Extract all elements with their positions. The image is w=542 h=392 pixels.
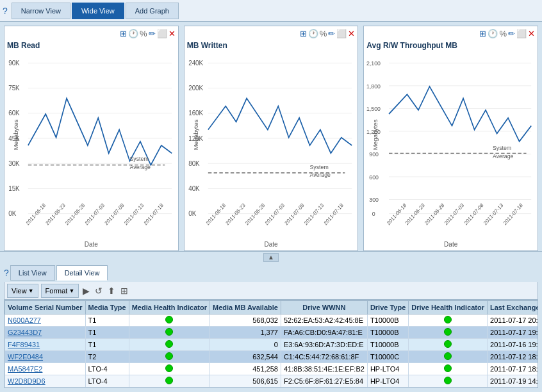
- cell-media-mb: 0: [210, 339, 281, 351]
- graph-avg-rw-footer: Date: [366, 240, 535, 248]
- svg-text:2011-06-23: 2011-06-23: [404, 202, 426, 226]
- cell-drive-type: HP-LTO4: [367, 363, 408, 375]
- tab-narrow-view[interactable]: Narrow View: [12, 3, 70, 19]
- bottom-panel: ? List View Detail View View ▼ Format ▼ …: [0, 263, 542, 388]
- cell-media-health: [129, 327, 209, 339]
- refresh-icon[interactable]: ↺: [94, 286, 104, 296]
- col-volume-serial[interactable]: Volume Serial Number: [5, 301, 86, 314]
- svg-text:2011-06-23: 2011-06-23: [224, 202, 246, 226]
- cell-last-exchange: 2011-07-12 18:55:05: [488, 351, 538, 363]
- table-row[interactable]: N600A277 T1 568,032 52:62:EA:53:A2:42:45…: [5, 314, 539, 327]
- graph-close-icon-2[interactable]: ✕: [348, 29, 355, 38]
- svg-text:1,500: 1,500: [366, 106, 381, 113]
- table-row[interactable]: G23443D7 T1 1,377 FA:A6:CB:D0:9A:47:81:E…: [5, 327, 539, 339]
- graph-copy-icon-3[interactable]: ⊞: [479, 29, 486, 38]
- cell-drive-health: [409, 363, 488, 375]
- graph-avg-rw: ⊞ 🕐 % ✏ ⬜ ✕ Avg R/W Throughput MB 2,100 …: [363, 26, 538, 251]
- svg-text:2011-07-08: 2011-07-08: [104, 202, 126, 226]
- col-media-type[interactable]: Media Type: [85, 301, 129, 314]
- graph-mb-read-toolbar: ⊞ 🕐 % ✏ ⬜ ✕: [7, 29, 176, 38]
- cell-volume-serial: WF2E0484: [5, 351, 86, 363]
- svg-text:80K: 80K: [188, 159, 200, 167]
- graph-save-icon[interactable]: ⬜: [157, 29, 167, 38]
- cell-drive-wwnn: 41:8B:38:51:4E:1E:EF:B2: [281, 363, 367, 375]
- graph-copy-icon[interactable]: ⊞: [120, 29, 127, 38]
- col-drive-health[interactable]: Drive Health Indicator: [409, 301, 488, 314]
- cell-volume-serial: G23443D7: [5, 327, 86, 339]
- cell-volume-serial: W2D8D9D6: [5, 375, 86, 388]
- table-row[interactable]: F4F89431 T1 0 E3:6A:93:6D:A7:3D:ED:E T10…: [5, 339, 539, 351]
- export-icon[interactable]: ⬆: [106, 286, 117, 296]
- cell-media-mb: 506,615: [210, 375, 281, 388]
- svg-text:2011-07-03: 2011-07-03: [443, 202, 465, 226]
- svg-text:2011-07-03: 2011-07-03: [84, 202, 106, 226]
- cell-media-mb: 1,377: [210, 327, 281, 339]
- graph-copy-icon-2[interactable]: ⊞: [300, 29, 307, 38]
- tab-wide-view[interactable]: Wide View: [72, 3, 124, 19]
- cell-media-type: T1: [85, 339, 129, 351]
- svg-text:75K: 75K: [8, 85, 20, 92]
- graph-edit-icon[interactable]: ✏: [149, 29, 156, 38]
- graph-edit-icon-2[interactable]: ✏: [328, 29, 335, 38]
- graph-close-icon-3[interactable]: ✕: [528, 29, 535, 38]
- cell-drive-type: T10000C: [367, 351, 408, 363]
- graph-mb-read-title: MB Read: [7, 40, 176, 51]
- graph-percent-icon[interactable]: %: [140, 29, 147, 38]
- format-button[interactable]: Format ▼: [41, 284, 79, 298]
- svg-text:2011-07-08: 2011-07-08: [463, 202, 485, 226]
- cell-volume-serial: F4F89431: [5, 339, 86, 351]
- graph-mb-written: ⊞ 🕐 % ✏ ⬜ ✕ MB Written 240K 200K 160K 12…: [184, 26, 359, 251]
- help-icon-top[interactable]: ?: [3, 6, 8, 16]
- cell-last-exchange: 2011-07-17 20:59:42: [488, 314, 538, 327]
- graph-clock-icon[interactable]: 🕐: [128, 29, 138, 38]
- svg-text:2011-06-23: 2011-06-23: [45, 202, 67, 226]
- graph-save-icon-2[interactable]: ⬜: [336, 29, 347, 38]
- cell-drive-health: [409, 339, 488, 351]
- cell-drive-type: HP-LTO4: [367, 375, 408, 388]
- cell-media-type: LTO-4: [85, 363, 129, 375]
- svg-text:40K: 40K: [188, 185, 200, 193]
- graph-save-icon-3[interactable]: ⬜: [516, 29, 527, 38]
- col-drive-type[interactable]: Drive Type: [367, 301, 408, 314]
- play-icon[interactable]: ▶: [81, 286, 91, 296]
- svg-text:2011-06-28: 2011-06-28: [64, 202, 86, 226]
- bottom-subtabs-row: ? List View Detail View: [4, 265, 538, 281]
- view-button[interactable]: View ▼: [7, 284, 38, 298]
- graph-clock-icon-3[interactable]: 🕐: [488, 29, 498, 38]
- cell-media-mb: 568,032: [210, 314, 281, 327]
- graph-clock-icon-2[interactable]: 🕐: [308, 29, 318, 38]
- table-row[interactable]: W2D8D9D6 LTO-4 506,615 F2:C5:6F:8F:61:27…: [5, 375, 539, 388]
- cell-drive-wwnn: C1:4C:5:44:72:68:61:8F: [281, 351, 367, 363]
- table-row[interactable]: WF2E0484 T2 632,544 C1:4C:5:44:72:68:61:…: [5, 351, 539, 363]
- graph-percent-icon-2[interactable]: %: [320, 29, 327, 38]
- cell-media-mb: 451,258: [210, 363, 281, 375]
- svg-text:2011-07-13: 2011-07-13: [303, 202, 325, 226]
- table-row[interactable]: MA5847E2 LTO-4 451,258 41:8B:38:51:4E:1E…: [5, 363, 539, 375]
- tab-detail-view[interactable]: Detail View: [56, 265, 108, 281]
- cell-drive-health: [409, 327, 488, 339]
- status-green-dot: [165, 328, 173, 336]
- help-icon-bottom[interactable]: ?: [4, 268, 9, 278]
- tab-list-view[interactable]: List View: [10, 265, 55, 281]
- data-table: Volume Serial Number Media Type Media He…: [4, 300, 538, 388]
- graph-percent-icon-3[interactable]: %: [499, 29, 507, 38]
- tab-add-graph[interactable]: Add Graph: [126, 3, 179, 19]
- svg-text:Average: Average: [130, 163, 151, 170]
- graph-close-icon[interactable]: ✕: [168, 29, 176, 38]
- col-media-health[interactable]: Media Health Indicator: [129, 301, 209, 314]
- graph-edit-icon-3[interactable]: ✏: [508, 29, 515, 38]
- grid-icon[interactable]: ⊞: [119, 286, 129, 296]
- cell-last-exchange: 2011-07-16 19:28:01: [488, 339, 538, 351]
- cell-media-health: [129, 363, 209, 375]
- collapse-button[interactable]: ▲: [263, 253, 279, 262]
- col-drive-wwnn[interactable]: Drive WWNN: [281, 301, 367, 314]
- status-green-dot: [165, 340, 173, 348]
- col-media-mb[interactable]: Media MB Available: [210, 301, 281, 314]
- view-dropdown-arrow: ▼: [28, 288, 34, 294]
- cell-drive-wwnn: FA:A6:CB:D0:9A:47:81:E: [281, 327, 367, 339]
- cell-media-health: [129, 375, 209, 388]
- svg-text:2011-07-13: 2011-07-13: [123, 202, 145, 226]
- svg-text:2,100: 2,100: [366, 60, 381, 67]
- svg-text:900: 900: [370, 151, 379, 158]
- col-last-exchange[interactable]: Last Exchange Start: [488, 301, 538, 314]
